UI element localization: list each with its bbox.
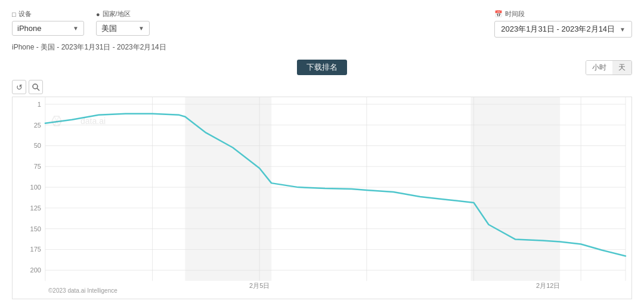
date-filter-label: 📅 时间段 — [494, 10, 632, 18]
filters-row: □ 设备 iPhone iPad Android Phone ▼ ● 国家/地区 — [12, 10, 632, 38]
reset-button[interactable]: ↺ — [12, 80, 26, 94]
filters-left: □ 设备 iPhone iPad Android Phone ▼ ● 国家/地区 — [12, 10, 150, 36]
svg-text:75: 75 — [34, 163, 41, 170]
region-chevron-icon: ▼ — [138, 25, 144, 32]
time-toggle: 小时 天 — [586, 60, 632, 75]
hour-toggle-btn[interactable]: 小时 — [586, 61, 612, 75]
svg-text:50: 50 — [34, 142, 41, 150]
region-filter-group: ● 国家/地区 美国 中国 日本 英国 ▼ — [96, 10, 150, 36]
date-filter-group: 📅 时间段 2023年1月31日 - 2023年2月14日 ▼ — [494, 10, 632, 38]
svg-text:100: 100 — [30, 184, 41, 191]
zoom-icon — [32, 83, 40, 91]
svg-text:125: 125 — [30, 204, 41, 212]
calendar-icon: 📅 — [494, 10, 503, 18]
svg-text:150: 150 — [30, 225, 41, 232]
svg-text:25: 25 — [34, 122, 41, 129]
svg-point-0 — [33, 84, 38, 89]
svg-text:200: 200 — [30, 266, 41, 274]
copyright: ©2023 data.ai Intelligence — [48, 287, 117, 294]
subtitle: iPhone - 美国 - 2023年1月31日 - 2023年2月14日 — [12, 42, 632, 52]
chart-header: 下载排名 小时 天 — [12, 60, 632, 75]
device-filter-group: □ 设备 iPhone iPad Android Phone ▼ — [12, 10, 84, 36]
device-checkbox-icon: □ — [12, 11, 16, 18]
day-toggle-btn[interactable]: 天 — [612, 61, 631, 75]
svg-text:2月12日: 2月12日 — [536, 282, 560, 289]
svg-rect-7 — [471, 97, 561, 281]
svg-rect-6 — [185, 97, 271, 281]
region-select-wrapper[interactable]: 美国 中国 日本 英国 ▼ — [96, 21, 150, 36]
chart-title: 下载排名 — [297, 60, 347, 75]
region-select[interactable]: 美国 中国 日本 英国 — [101, 24, 135, 33]
region-filter-label: ● 国家/地区 — [96, 10, 150, 18]
zoom-button[interactable] — [29, 80, 43, 94]
chart-svg: 1 25 50 75 100 125 150 175 200 2月5日 2月12… — [13, 97, 631, 299]
device-select-wrapper[interactable]: iPhone iPad Android Phone ▼ — [12, 21, 84, 36]
date-range-value: 2023年1月31日 - 2023年2月14日 — [501, 24, 615, 35]
page-wrapper: □ 设备 iPhone iPad Android Phone ▼ ● 国家/地区 — [0, 0, 644, 307]
date-chevron-icon: ▼ — [620, 26, 626, 33]
region-dot-icon: ● — [96, 11, 100, 18]
date-range-select[interactable]: 2023年1月31日 - 2023年2月14日 ▼ — [494, 21, 632, 38]
device-chevron-icon: ▼ — [73, 25, 79, 32]
svg-text:2月5日: 2月5日 — [249, 282, 270, 289]
device-select[interactable]: iPhone iPad Android Phone — [17, 24, 69, 33]
chart-controls: ↺ — [12, 80, 632, 94]
svg-text:175: 175 — [30, 246, 41, 253]
svg-text:1: 1 — [38, 101, 41, 108]
svg-line-1 — [37, 88, 39, 91]
device-filter-label: □ 设备 — [12, 10, 84, 18]
chart-area: data.ai ©2023 data.ai Intelligence — [12, 97, 632, 299]
